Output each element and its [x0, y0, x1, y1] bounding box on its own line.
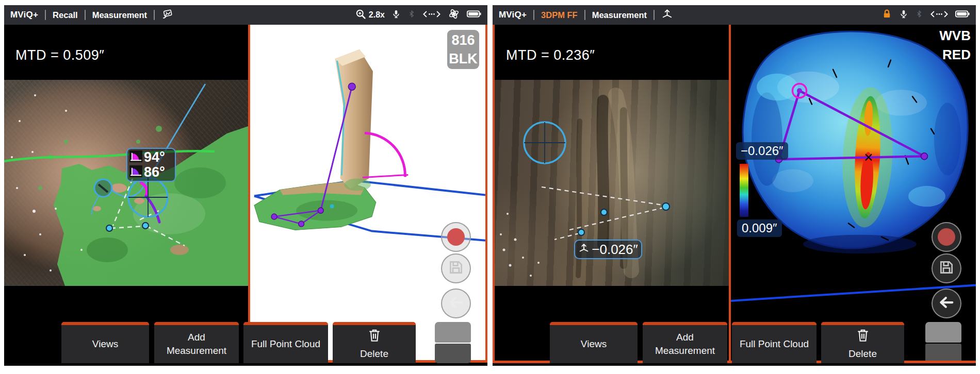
microphone-icon — [899, 9, 908, 21]
usb-arrows-icon — [930, 10, 949, 21]
lock-icon — [881, 8, 892, 22]
back-arrow-icon — [939, 295, 954, 312]
active-frame-left — [493, 25, 495, 363]
angle-value: 86° — [144, 165, 165, 179]
record-button[interactable] — [932, 222, 961, 252]
record-dot — [938, 228, 955, 246]
green-profile-line — [4, 151, 215, 161]
zoom-scroll-control[interactable] — [435, 322, 471, 363]
live-image-pane: MTD = 0.509″ — [4, 25, 248, 366]
menu-divider — [85, 10, 86, 20]
debris-speckles — [500, 213, 540, 277]
depth-colorbar — [740, 164, 748, 217]
view-mode-tag-wvb[interactable]: WVB — [939, 28, 971, 44]
zoom-level-value: 2.8x — [369, 10, 385, 20]
view-chip-line2: BLK — [447, 49, 479, 68]
point-marker[interactable] — [94, 179, 112, 197]
save-button[interactable] — [441, 253, 471, 283]
scroll-thumb[interactable] — [435, 322, 471, 343]
delete-button[interactable]: Delete — [333, 322, 416, 363]
menu-item-3dpm-ff[interactable]: 3DPM FF — [541, 10, 578, 20]
battery-icon — [467, 10, 481, 20]
depth-plane-icon[interactable] — [661, 8, 673, 22]
back-arrow-icon — [448, 295, 464, 312]
depth-scale-max: −0.026″ — [736, 142, 788, 160]
angle-value: 94° — [144, 150, 165, 164]
menu-divider — [154, 10, 155, 20]
magnifier-plus-icon — [355, 9, 366, 22]
depth-measurement-label[interactable]: −0.026″ — [574, 240, 642, 259]
record-button[interactable] — [441, 222, 471, 252]
add-measurement-button[interactable]: Add Measurement — [154, 322, 239, 363]
menu-divider — [45, 10, 46, 20]
gyro-orbit-icon — [448, 8, 460, 22]
dual-screen-stage: MViQ+ Recall Measurement 2.8x — [0, 0, 980, 374]
view-chip-line1: 816 — [447, 31, 479, 49]
depth-value: −0.026″ — [592, 242, 638, 258]
menu-divider — [584, 10, 585, 20]
depth-plane-icon — [578, 242, 590, 258]
trash-icon — [368, 328, 381, 346]
recalled-image-icon[interactable] — [161, 8, 174, 22]
crosshair-cursor[interactable] — [524, 122, 565, 163]
mtd-readout: MTD = 0.509″ — [15, 47, 104, 63]
record-dot — [447, 228, 465, 246]
live-image-pane: MTD = 0.236″ — [495, 25, 729, 366]
back-button[interactable] — [441, 288, 471, 318]
scroll-thumb[interactable] — [925, 322, 961, 343]
delete-button[interactable]: Delete — [821, 322, 904, 363]
top-bar: MViQ+ 3DPM FF Measurement — [493, 5, 976, 25]
crosshair-cursor[interactable] — [128, 178, 168, 217]
mtd-readout: MTD = 0.236″ — [506, 47, 595, 63]
depth-map-view[interactable]: WVB RED −0.026″ 0.009″ — [729, 25, 976, 363]
view-mode-tag-red[interactable]: RED — [942, 47, 971, 63]
menu-item-measurement[interactable]: Measurement — [592, 10, 647, 20]
angle-measurement-label[interactable]: 94° 86° — [126, 148, 176, 182]
angle-wedge-violet-icon — [129, 165, 142, 180]
full-point-cloud-button[interactable]: Full Point Cloud — [243, 322, 328, 363]
microphone-icon — [391, 9, 401, 21]
back-button[interactable] — [932, 288, 961, 318]
views-button[interactable]: Views — [61, 322, 149, 363]
add-measurement-button[interactable]: Add Measurement — [643, 322, 727, 363]
menu-divider — [533, 10, 534, 20]
save-button[interactable] — [932, 253, 961, 283]
floppy-save-icon — [448, 259, 464, 278]
menu-item-measurement[interactable]: Measurement — [92, 10, 147, 20]
full-point-cloud-button[interactable]: Full Point Cloud — [732, 322, 816, 363]
floppy-save-icon — [938, 259, 955, 278]
top-bar: MViQ+ Recall Measurement 2.8x — [4, 5, 487, 25]
battery-icon — [955, 10, 970, 20]
scroll-track[interactable] — [435, 344, 471, 363]
zoom-indicator[interactable]: 2.8x — [355, 9, 385, 22]
scanned-surface — [254, 49, 376, 230]
usb-arrows-icon — [422, 10, 441, 21]
zoom-scroll-control[interactable] — [925, 322, 961, 363]
views-button[interactable]: Views — [550, 322, 638, 363]
bluetooth-icon — [407, 9, 416, 21]
image-view-chip[interactable]: 816 BLK — [447, 30, 479, 69]
live-inspection-image[interactable] — [4, 80, 248, 286]
point-cloud-view[interactable]: 816 BLK — [248, 25, 487, 363]
menu-item-recall[interactable]: Recall — [53, 10, 78, 20]
depth-scale-min: 0.009″ — [737, 219, 782, 237]
left-screen: MViQ+ Recall Measurement 2.8x — [4, 5, 487, 366]
trash-icon — [856, 328, 870, 346]
brand-label[interactable]: MViQ+ — [10, 10, 38, 20]
brand-label[interactable]: MViQ+ — [499, 10, 527, 20]
angle-wedge-magenta-icon — [129, 150, 142, 165]
right-screen: MViQ+ 3DPM FF Measurement MTD = 0.236″ — [493, 5, 976, 366]
menu-divider — [654, 10, 655, 20]
bluetooth-icon — [915, 9, 923, 21]
